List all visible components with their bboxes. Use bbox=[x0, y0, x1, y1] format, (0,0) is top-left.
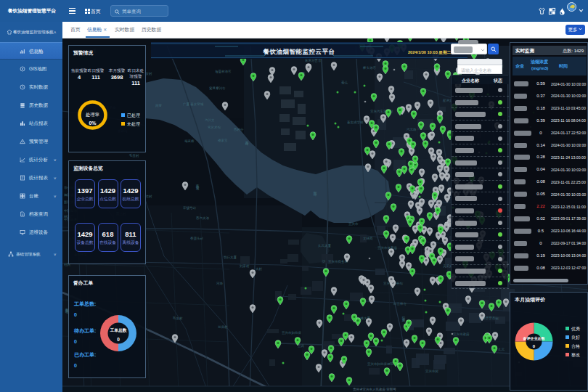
svg-text:汽川文: 汽川文 bbox=[205, 118, 215, 122]
svg-text:久元: 久元 bbox=[498, 347, 505, 351]
svg-text:宜兴市: 宜兴市 bbox=[348, 222, 359, 226]
svg-text:福灵桥: 福灵桥 bbox=[184, 139, 195, 143]
svg-text:西村什: 西村什 bbox=[234, 127, 244, 132]
svg-text:白云禅寺: 白云禅寺 bbox=[393, 302, 407, 306]
svg-text:久元大厦: 久元大厦 bbox=[318, 243, 332, 248]
svg-text:汽北路: 汽北路 bbox=[407, 128, 417, 131]
svg-text:毛茶村: 毛茶村 bbox=[128, 153, 139, 158]
svg-text:文林商: 文林商 bbox=[363, 237, 373, 240]
svg-text:西汽大酒: 西汽大酒 bbox=[196, 216, 210, 220]
svg-text:宜武: 宜武 bbox=[298, 344, 305, 348]
svg-text:贵州省宜兴市人民政府 审图号: 贵州省宜兴市人民政府 审图号 bbox=[353, 387, 396, 391]
svg-text:紫月摩诃寺: 紫月摩诃寺 bbox=[209, 86, 226, 90]
svg-text:化艺术馆: 化艺术馆 bbox=[208, 125, 221, 129]
svg-text:毫么: 毫么 bbox=[341, 81, 348, 84]
svg-text:河路: 河路 bbox=[216, 282, 224, 285]
svg-text:香源头站: 香源头站 bbox=[190, 236, 204, 240]
svg-text:宜兴市妇幼保健院: 宜兴市妇幼保健院 bbox=[367, 362, 394, 366]
svg-text:宜兴市商务局: 宜兴市商务局 bbox=[328, 260, 348, 264]
svg-text:泰实成学校: 泰实成学校 bbox=[347, 121, 364, 124]
svg-text:钦行大厦: 钦行大厦 bbox=[224, 255, 237, 260]
svg-text:毛东村: 毛东村 bbox=[172, 316, 183, 321]
svg-text:餐饮油烟智能监控云平台: 餐饮油烟智能监控云平台 bbox=[263, 48, 335, 55]
svg-text:楼家宝: 楼家宝 bbox=[217, 139, 228, 142]
svg-text:棒头酒店: 棒头酒店 bbox=[362, 66, 377, 70]
svg-text:宋锡亏站: 宋锡亏站 bbox=[183, 205, 197, 211]
svg-text:宜兴市政府: 宜兴市政府 bbox=[453, 332, 470, 336]
svg-text:宜兴市妇幼保: 宜兴市妇幼保 bbox=[282, 330, 302, 335]
